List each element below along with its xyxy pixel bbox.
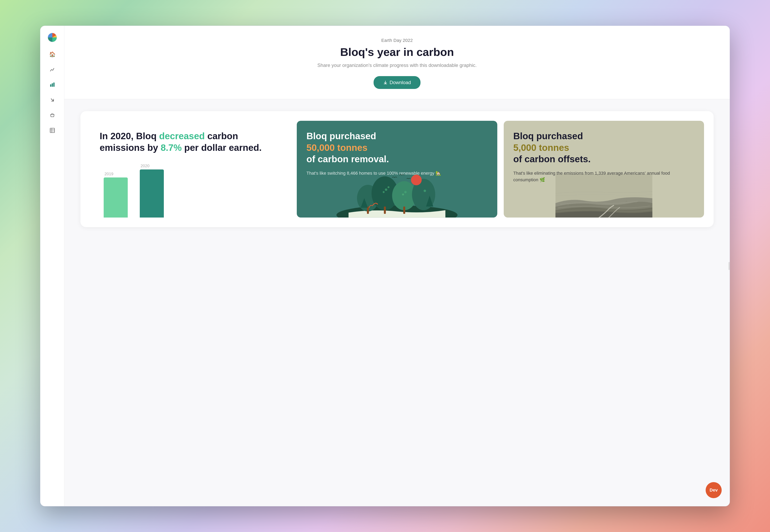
svg-rect-3 <box>53 83 54 87</box>
bar-group-2019: 2019 <box>104 172 128 218</box>
logo[interactable] <box>47 32 57 43</box>
page-subtitle: Share your organization's climate progre… <box>80 62 714 68</box>
svg-rect-2 <box>52 83 53 87</box>
app-window: 🏠 <box>40 26 730 506</box>
bar-2019-label: 2019 <box>104 172 113 176</box>
svg-point-24 <box>402 193 404 195</box>
emissions-headline: In 2020, Bloq decreased carbon emissions… <box>100 130 281 153</box>
page-header: Earth Day 2022 Bloq's year in carbon Sha… <box>64 26 730 99</box>
sidebar-item-arrow[interactable] <box>48 96 57 104</box>
main-content: Earth Day 2022 Bloq's year in carbon Sha… <box>64 26 730 506</box>
percent-text: 8.7% <box>160 142 182 153</box>
card-offsets: Bloq purchased 5,000 tonnes of carbon of… <box>504 121 704 218</box>
cards-container: In 2020, Bloq decreased carbon emissions… <box>80 111 714 227</box>
svg-point-21 <box>388 186 390 188</box>
bar-chart: 2019 2020 <box>100 161 281 218</box>
page-label: Earth Day 2022 <box>80 38 714 43</box>
sidebar-item-home[interactable]: 🏠 <box>48 50 57 59</box>
sidebar-item-table[interactable] <box>48 126 57 135</box>
removal-highlight: 50,000 tonnes <box>306 142 367 153</box>
svg-rect-16 <box>403 207 405 214</box>
card-removal: Bloq purchased 50,000 tonnes of carbon r… <box>297 121 497 218</box>
resize-handle[interactable] <box>729 262 730 270</box>
content-area: In 2020, Bloq decreased carbon emissions… <box>64 99 730 506</box>
download-button[interactable]: Download <box>374 76 421 89</box>
download-icon <box>383 80 388 85</box>
sidebar-item-basket[interactable] <box>48 111 57 120</box>
sidebar-item-barchart[interactable] <box>48 80 57 89</box>
offsets-highlight: 5,000 tonnes <box>513 142 569 153</box>
offsets-desc: That's like eliminating the emissions fr… <box>513 170 694 183</box>
svg-point-22 <box>383 191 385 193</box>
svg-rect-1 <box>50 84 51 87</box>
bar-2020-label: 2020 <box>140 164 149 168</box>
decreased-text: decreased <box>159 131 205 141</box>
svg-rect-15 <box>384 207 386 214</box>
page-title: Bloq's year in carbon <box>80 45 714 58</box>
sidebar-item-analytics[interactable] <box>48 65 57 74</box>
dev-badge[interactable]: Dev <box>706 482 722 498</box>
svg-point-20 <box>385 188 387 191</box>
removal-headline: Bloq purchased 50,000 tonnes of carbon r… <box>306 130 487 165</box>
bar-2020 <box>140 169 164 218</box>
bar-chart-wrapper: 2019 2020 <box>100 161 281 218</box>
bar-group-2020: 2020 <box>140 164 164 218</box>
svg-rect-4 <box>50 128 54 133</box>
bar-2019 <box>104 177 128 218</box>
svg-point-25 <box>424 190 426 192</box>
svg-point-23 <box>404 191 407 193</box>
card-emissions: In 2020, Bloq decreased carbon emissions… <box>90 121 290 218</box>
sidebar: 🏠 <box>40 26 64 506</box>
removal-desc: That's like switching 8,466 homes to use… <box>306 170 487 176</box>
offsets-headline: Bloq purchased 5,000 tonnes of carbon of… <box>513 130 694 165</box>
